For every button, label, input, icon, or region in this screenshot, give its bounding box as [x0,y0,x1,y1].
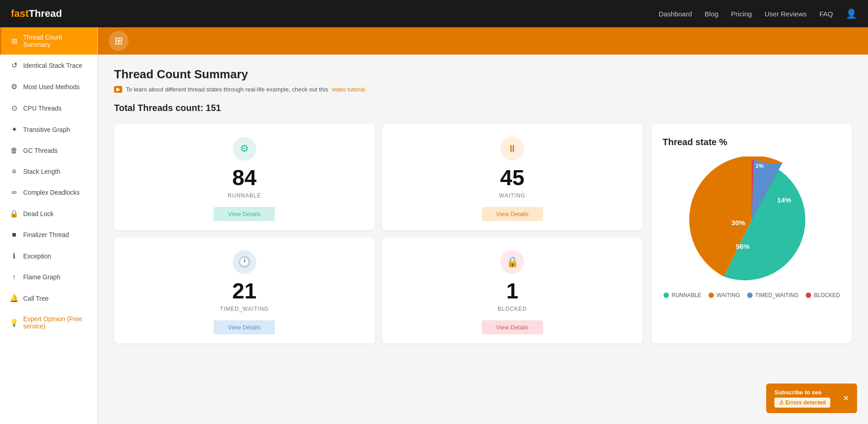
page-title: Thread Count Summary [114,67,852,81]
sidebar-item-finalizer-thread[interactable]: ■ Finalizer Thread [0,224,97,245]
expert-opinion-icon: 💡 [10,318,19,327]
info-text: To learn about different thread states t… [126,86,328,93]
sidebar-item-gc-threads[interactable]: 🗑 GC Threads [0,140,97,161]
sidebar: ⊞ Thread Count Summary ↺ Identical Stack… [0,27,98,424]
toast-content: Subscribe to see ⚠ Errors detected [774,389,830,408]
banner-icon: ⊞ [109,31,129,51]
runnable-count: 84 [232,167,256,189]
logo-fast: fast [11,8,29,19]
main-content: ⊞ Thread Count Summary ▶ To learn about … [98,27,868,424]
stack-length-icon: ≡ [10,167,19,176]
sidebar-item-exception[interactable]: ℹ Exception [0,245,97,267]
waiting-icon-circle: ⏸ [500,137,524,161]
toast-close-button[interactable]: ✕ [843,394,849,403]
svg-text:30%: 30% [731,219,745,227]
logo: fastThread [11,8,62,20]
errors-detected-badge: ⚠ Errors detected [774,398,830,408]
stat-card-waiting: ⏸ 45 WAITING View Details [382,124,643,230]
complex-deadlocks-icon: ∞ [10,188,19,197]
thread-count-icon: ⊞ [10,37,19,45]
nav-pricing[interactable]: Pricing [731,10,752,18]
legend-dot-waiting [708,293,714,298]
nav-blog[interactable]: Blog [705,10,718,18]
stats-cards: ⚙ 84 RUNNABLE View Details ⏸ 45 WAITING … [114,124,643,343]
user-icon[interactable]: 👤 [846,8,857,19]
timed-waiting-label: TIMED_WAITING [220,306,269,312]
total-count: Total Threads count: 151 [114,103,852,113]
sidebar-item-stack-length[interactable]: ≡ Stack Length [0,161,97,182]
legend-label-runnable: RUNNABLE [672,292,701,298]
sidebar-item-identical-stack-trace[interactable]: ↺ Identical Stack Trace [0,55,97,76]
cpu-threads-icon: ⊙ [10,104,19,112]
chart-section: Thread state % 56% 30% 14% [652,124,852,343]
sidebar-item-transitive-graph[interactable]: ✦ Transitive Graph [0,119,97,140]
nav-faq[interactable]: FAQ [819,10,833,18]
legend-dot-timed-waiting [747,293,753,298]
nav-dashboard[interactable]: Dashboard [658,10,692,18]
blocked-icon-circle: 🔒 [500,250,524,274]
waiting-count: 45 [500,167,524,189]
waiting-label: WAITING [499,192,525,199]
sidebar-item-call-tree[interactable]: 🔔 Call Tree [0,288,97,309]
timed-waiting-view-details-button[interactable]: View Details [214,320,275,334]
gc-threads-icon: 🗑 [10,146,19,155]
video-tutorial-link[interactable]: video tutorial [332,86,365,93]
top-banner: ⊞ [98,27,868,55]
legend-item-blocked: BLOCKED [806,292,840,298]
legend-label-blocked: BLOCKED [814,292,840,298]
chart-legend: RUNNABLE WAITING TIMED_WAITING BLOCKED [663,292,840,298]
call-tree-icon: 🔔 [10,294,19,303]
runnable-view-details-button[interactable]: View Details [214,207,275,221]
runnable-label: RUNNABLE [228,192,261,199]
sidebar-item-cpu-threads[interactable]: ⊙ CPU Threads [0,97,97,119]
legend-label-timed-waiting: TIMED_WAITING [755,292,798,298]
legend-dot-blocked [806,293,811,298]
svg-text:14%: 14% [777,196,791,204]
layout: ⊞ Thread Count Summary ↺ Identical Stack… [0,27,868,424]
header-nav: Dashboard Blog Pricing User Reviews FAQ … [658,8,857,19]
blocked-view-details-button[interactable]: View Details [482,320,543,334]
stat-card-runnable: ⚙ 84 RUNNABLE View Details [114,124,375,230]
sidebar-item-expert-opinion[interactable]: 💡 Expert Opinion (Free service) [0,309,97,336]
subscribe-toast: Subscribe to see ⚠ Errors detected ✕ [766,384,857,413]
chart-title: Thread state % [663,137,727,147]
stat-card-timed-waiting: 🕐 21 TIMED_WAITING View Details [114,237,375,343]
exception-icon: ℹ [10,252,19,260]
legend-item-timed-waiting: TIMED_WAITING [747,292,798,298]
youtube-icon: ▶ [114,86,122,93]
stats-section: ⚙ 84 RUNNABLE View Details ⏸ 45 WAITING … [114,124,852,343]
legend-dot-runnable [663,293,669,298]
pie-chart: 56% 30% 14% 1% [688,156,815,284]
timed-waiting-icon-circle: 🕐 [233,250,256,274]
sidebar-item-flame-graph[interactable]: ↑ Flame Graph [0,267,97,288]
pie-chart-svg: 56% 30% 14% 1% [688,156,815,284]
waiting-view-details-button[interactable]: View Details [482,207,543,221]
dead-lock-icon: 🔒 [10,209,19,218]
finalizer-thread-icon: ■ [10,231,19,239]
sidebar-item-complex-deadlocks[interactable]: ∞ Complex Deadlocks [0,182,97,203]
legend-item-runnable: RUNNABLE [663,292,701,298]
svg-text:56%: 56% [736,242,750,250]
sidebar-item-most-used-methods[interactable]: ⚙ Most Used Methods [0,76,97,97]
subscribe-text: Subscribe to see [774,389,830,396]
svg-text:1%: 1% [755,163,763,169]
identical-stack-icon: ↺ [10,61,19,70]
sidebar-item-thread-count-summary[interactable]: ⊞ Thread Count Summary [0,27,97,55]
most-used-icon: ⚙ [10,82,19,91]
blocked-label: BLOCKED [498,306,527,312]
flame-graph-icon: ↑ [10,273,19,281]
legend-item-waiting: WAITING [708,292,740,298]
header: fastThread Dashboard Blog Pricing User R… [0,0,868,27]
blocked-count: 1 [506,280,519,302]
nav-user-reviews[interactable]: User Reviews [764,10,807,18]
transitive-graph-icon: ✦ [10,125,19,134]
runnable-icon-circle: ⚙ [233,137,256,161]
timed-waiting-count: 21 [232,280,256,302]
stat-card-blocked: 🔒 1 BLOCKED View Details [382,237,643,343]
info-bar: ▶ To learn about different thread states… [114,86,852,93]
sidebar-item-dead-lock[interactable]: 🔒 Dead Lock [0,203,97,224]
logo-thread: Thread [29,8,62,19]
legend-label-waiting: WAITING [717,292,740,298]
